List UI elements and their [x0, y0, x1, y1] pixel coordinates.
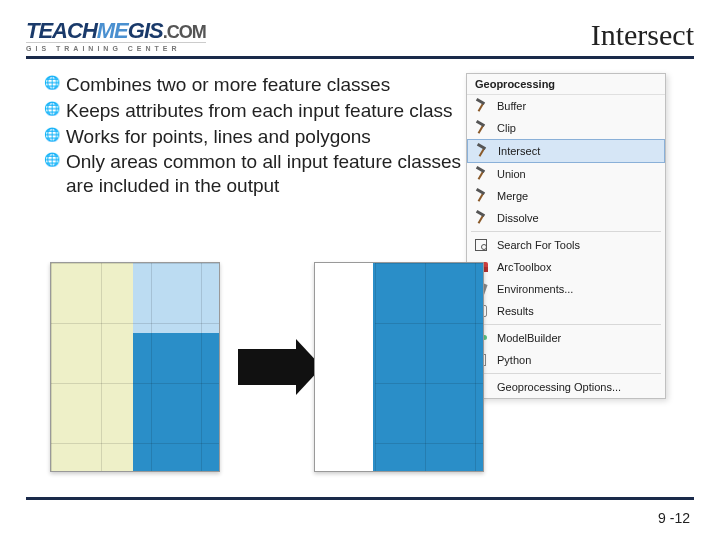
output-map-image	[314, 262, 484, 472]
menu-item-arctoolbox[interactable]: ArcToolbox	[467, 256, 665, 278]
menu-item-modelbuilder[interactable]: ModelBuilder	[467, 327, 665, 349]
bullet-item: Only areas common to all input feature c…	[46, 150, 466, 198]
menu-item-buffer[interactable]: Buffer	[467, 95, 665, 117]
menu-item-results[interactable]: Results	[467, 300, 665, 322]
menu-label: Geoprocessing Options...	[497, 381, 621, 393]
search-icon	[473, 237, 489, 253]
menu-label: Python	[497, 354, 531, 366]
bullet-item: Combines two or more feature classes	[46, 73, 466, 97]
slide-title: Intersect	[591, 18, 694, 52]
hammer-icon	[473, 188, 489, 204]
menu-item-clip[interactable]: Clip	[467, 117, 665, 139]
menu-label: Clip	[497, 122, 516, 134]
bottom-divider	[26, 497, 694, 500]
menu-label: Search For Tools	[497, 239, 580, 251]
hammer-icon	[473, 98, 489, 114]
hammer-icon	[473, 166, 489, 182]
logo-part-dotcom: .COM	[163, 22, 206, 42]
menu-label: ArcToolbox	[497, 261, 551, 273]
input-map-image	[50, 262, 220, 472]
menu-label: ModelBuilder	[497, 332, 561, 344]
menu-label: Environments...	[497, 283, 573, 295]
bullet-item: Keeps attributes from each input feature…	[46, 99, 466, 123]
menu-item-environments[interactable]: Environments...	[467, 278, 665, 300]
menu-item-search[interactable]: Search For Tools	[467, 234, 665, 256]
menu-item-python[interactable]: Python	[467, 349, 665, 371]
menu-separator	[471, 324, 661, 325]
menu-label: Results	[497, 305, 534, 317]
logo-part-me: ME	[97, 18, 128, 43]
logo-part-teach: TEACH	[26, 18, 97, 43]
bullet-item: Works for points, lines and polygons	[46, 125, 466, 149]
hammer-icon	[474, 143, 490, 159]
slide-header: TEACHMEGIS.COM GIS TRAINING CENTER Inter…	[26, 18, 694, 59]
menu-item-merge[interactable]: Merge	[467, 185, 665, 207]
logo-part-gis: GIS	[128, 18, 163, 43]
geoprocessing-menu: Geoprocessing Buffer Clip Intersect Unio…	[466, 73, 666, 399]
menu-label: Intersect	[498, 145, 540, 157]
menu-label: Dissolve	[497, 212, 539, 224]
illustration-row	[50, 262, 484, 472]
menu-item-dissolve[interactable]: Dissolve	[467, 207, 665, 229]
menu-item-gp-options[interactable]: Geoprocessing Options...	[467, 376, 665, 398]
logo: TEACHMEGIS.COM GIS TRAINING CENTER	[26, 20, 206, 52]
arrow-icon	[238, 349, 296, 385]
menu-separator	[471, 373, 661, 374]
page-number: 9 -12	[658, 510, 690, 526]
menu-separator	[471, 231, 661, 232]
hammer-icon	[473, 120, 489, 136]
menu-item-union[interactable]: Union	[467, 163, 665, 185]
menu-item-intersect[interactable]: Intersect	[467, 139, 665, 163]
hammer-icon	[473, 210, 489, 226]
menu-label: Union	[497, 168, 526, 180]
logo-subtitle: GIS TRAINING CENTER	[26, 42, 206, 52]
menu-label: Merge	[497, 190, 528, 202]
menu-label: Buffer	[497, 100, 526, 112]
menu-header: Geoprocessing	[467, 74, 665, 95]
